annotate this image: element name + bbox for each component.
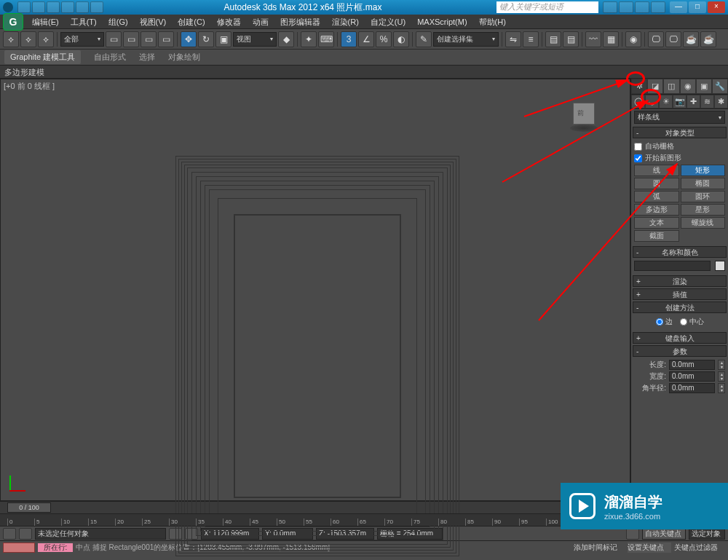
menu-grapheditors[interactable]: 图形编辑器 bbox=[274, 15, 326, 28]
select-region-icon[interactable]: ▭ bbox=[141, 31, 157, 47]
center-radio[interactable] bbox=[680, 318, 687, 326]
material-editor-icon[interactable]: ◉ bbox=[625, 31, 641, 47]
menu-rendering[interactable]: 渲染(R) bbox=[326, 15, 365, 28]
link-icon[interactable]: ⟡ bbox=[3, 31, 19, 47]
systems-subtab-icon[interactable]: ✱ bbox=[714, 95, 728, 109]
text-button[interactable]: 文本 bbox=[634, 217, 679, 229]
menu-help[interactable]: 帮助(H) bbox=[473, 15, 512, 28]
angle-snap-icon[interactable]: ∠ bbox=[358, 31, 374, 47]
setkey-button[interactable]: 设置关键点 bbox=[628, 543, 671, 553]
script-rec-box[interactable] bbox=[3, 543, 35, 553]
unlink-icon[interactable]: ⟡ bbox=[20, 31, 36, 47]
add-time-tag[interactable]: 添加时间标记 bbox=[574, 543, 625, 553]
render-setup-icon[interactable]: 🖵 bbox=[648, 31, 664, 47]
scale-icon[interactable]: ▣ bbox=[215, 31, 232, 47]
lock-selection-icon[interactable] bbox=[19, 528, 32, 540]
ellipse-button[interactable]: 椭圆 bbox=[681, 178, 726, 189]
width-input[interactable]: 0.0mm bbox=[669, 371, 715, 382]
help-question-icon[interactable] bbox=[651, 1, 665, 13]
editnamed-icon[interactable]: ✎ bbox=[416, 31, 432, 47]
corner-spinner[interactable] bbox=[718, 383, 725, 393]
qat-save-icon[interactable] bbox=[47, 1, 60, 13]
layermgr-icon[interactable]: ▤ bbox=[563, 31, 579, 47]
minimize-button[interactable]: — bbox=[670, 1, 687, 13]
object-name-input[interactable] bbox=[634, 261, 711, 271]
geometry-subtab-icon[interactable]: ◯ bbox=[631, 95, 645, 109]
ribbon-tab-selection[interactable]: 选择 bbox=[139, 52, 155, 63]
qat-open-icon[interactable] bbox=[32, 1, 45, 13]
help-comm-icon[interactable] bbox=[619, 1, 633, 13]
key-filters[interactable]: 关键点过滤器 bbox=[674, 543, 725, 553]
modify-tab-icon[interactable]: ◪ bbox=[647, 79, 663, 94]
qat-undo-icon[interactable] bbox=[61, 1, 74, 13]
keymode-icon[interactable]: ⌨ bbox=[318, 31, 334, 47]
render-prod-icon[interactable]: ☕ bbox=[683, 31, 699, 47]
qat-new-icon[interactable] bbox=[17, 1, 31, 13]
menu-edit[interactable]: 编辑(E) bbox=[26, 15, 65, 28]
corner-input[interactable]: 0.0mm bbox=[669, 383, 715, 393]
menu-create[interactable]: 创建(C) bbox=[172, 15, 210, 28]
qat-redo-icon[interactable] bbox=[76, 1, 89, 13]
menu-modifiers[interactable]: 修改器 bbox=[211, 15, 247, 28]
rollout-rendering[interactable]: 渲染 bbox=[633, 275, 727, 287]
go-line-label[interactable]: 所在行: bbox=[38, 543, 73, 552]
line-button[interactable]: 线 bbox=[634, 165, 679, 176]
move-icon[interactable]: ✥ bbox=[181, 31, 197, 47]
object-color-swatch[interactable] bbox=[715, 261, 725, 271]
startnew-checkbox[interactable] bbox=[634, 154, 642, 162]
select-name-icon[interactable]: ▭ bbox=[123, 31, 139, 47]
rollout-object-type[interactable]: 对象类型 bbox=[633, 127, 727, 138]
autogrid-checkbox[interactable] bbox=[634, 143, 642, 151]
menu-view[interactable]: 视图(V) bbox=[134, 15, 173, 28]
rollout-creation-method[interactable]: 创建方法 bbox=[633, 301, 727, 313]
utilities-tab-icon[interactable]: 🔧 bbox=[712, 79, 728, 94]
select-icon[interactable]: ▭ bbox=[106, 31, 122, 47]
percent-snap-icon[interactable]: % bbox=[376, 31, 392, 47]
render-last-icon[interactable]: ☕ bbox=[700, 31, 716, 47]
window-crossing-icon[interactable]: ▭ bbox=[158, 31, 174, 47]
rollout-name-color[interactable]: 名称和颜色 bbox=[633, 246, 727, 258]
rectangle-button[interactable]: 矩形 bbox=[681, 165, 726, 176]
menu-group[interactable]: 组(G) bbox=[103, 15, 134, 28]
length-input[interactable]: 0.0mm bbox=[669, 360, 715, 370]
ref-coord-dropdown[interactable]: 视图 bbox=[233, 32, 277, 47]
ribbon-subpanel-label[interactable]: 多边形建模 bbox=[0, 66, 728, 79]
ribbon-tab-freeform[interactable]: 自由形式 bbox=[94, 52, 126, 63]
layers-icon[interactable]: ▤ bbox=[545, 31, 561, 47]
lights-subtab-icon[interactable]: ☀ bbox=[659, 95, 673, 109]
width-spinner[interactable] bbox=[718, 371, 725, 382]
menu-customize[interactable]: 自定义(U) bbox=[365, 15, 411, 28]
spacewarp-subtab-icon[interactable]: ≋ bbox=[700, 95, 714, 109]
hierarchy-tab-icon[interactable]: ◫ bbox=[663, 79, 679, 94]
selection-filter-dropdown[interactable]: 全部 bbox=[60, 32, 104, 47]
align-icon[interactable]: ≡ bbox=[523, 31, 539, 47]
donut-button[interactable]: 圆环 bbox=[681, 191, 726, 202]
spinner-snap-icon[interactable]: ◐ bbox=[393, 31, 409, 47]
length-spinner[interactable] bbox=[718, 360, 725, 370]
shapes-subtab-icon[interactable]: ◡ bbox=[645, 95, 659, 109]
help-search-icon[interactable] bbox=[603, 1, 617, 13]
viewport-front[interactable]: [+0 前 0 线框 ] 前 bbox=[0, 79, 630, 501]
render-frame-icon[interactable]: 🖵 bbox=[665, 31, 681, 47]
menu-maxscript[interactable]: MAXScript(M) bbox=[411, 15, 472, 28]
ribbon-tab-modeling[interactable]: Graphite 建模工具 bbox=[4, 50, 81, 64]
schematic-icon[interactable]: ▦ bbox=[603, 31, 619, 47]
menu-tools[interactable]: 工具(T) bbox=[65, 15, 103, 28]
ribbon-tab-paint[interactable]: 对象绘制 bbox=[168, 52, 200, 63]
helix-button[interactable]: 螺旋线 bbox=[681, 217, 726, 229]
rotate-icon[interactable]: ↻ bbox=[198, 31, 214, 47]
pivot-icon[interactable]: ◆ bbox=[278, 31, 294, 47]
viewcube[interactable]: 前 bbox=[567, 100, 601, 133]
maxscript-mini-icon[interactable] bbox=[3, 528, 16, 540]
close-button[interactable]: × bbox=[708, 1, 725, 13]
menu-animation[interactable]: 动画 bbox=[247, 15, 274, 28]
named-selset-dropdown[interactable]: 创建选择集 bbox=[433, 32, 499, 47]
rollout-keyboard[interactable]: 键盘输入 bbox=[633, 332, 727, 344]
rollout-interpolation[interactable]: 插值 bbox=[633, 288, 727, 300]
arc-button[interactable]: 弧 bbox=[634, 191, 679, 202]
maximize-button[interactable]: □ bbox=[689, 1, 706, 13]
bind-icon[interactable]: ⟡ bbox=[38, 31, 54, 47]
star-button[interactable]: 星形 bbox=[681, 204, 726, 216]
circle-button[interactable]: 圆 bbox=[634, 178, 679, 189]
section-button[interactable]: 截面 bbox=[634, 230, 679, 242]
